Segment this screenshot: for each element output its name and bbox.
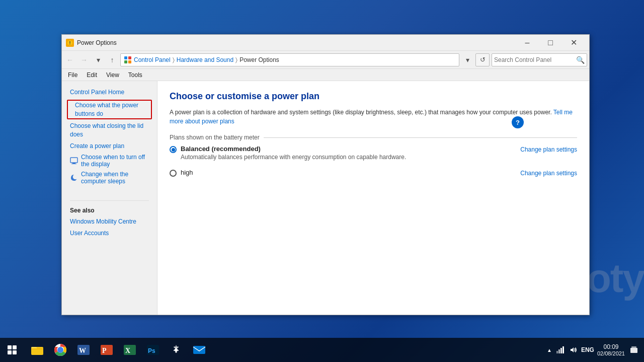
title-bar: Power Options – □ ✕ xyxy=(62,35,589,51)
menu-view[interactable]: View xyxy=(102,70,123,80)
mail-icon xyxy=(192,343,206,357)
plan-info-balanced: Balanced (recommended) Automatically bal… xyxy=(181,145,406,161)
svg-rect-3 xyxy=(124,60,127,63)
taskbar-file-explorer[interactable] xyxy=(26,339,48,361)
sidebar-link-create-plan[interactable]: Create a power plan xyxy=(62,140,157,152)
svg-point-11 xyxy=(58,348,62,352)
plan-name-high: high xyxy=(181,169,193,176)
radio-balanced[interactable] xyxy=(170,146,177,153)
taskbar-photoshop[interactable]: Ps xyxy=(142,339,164,361)
minimize-button[interactable]: – xyxy=(516,35,539,51)
recent-button[interactable]: ▾ xyxy=(92,54,104,66)
plan-left-high: high xyxy=(170,169,193,177)
svg-rect-6 xyxy=(72,163,75,164)
breadcrumb: Control Panel 〉 Hardware and Sound 〉 Pow… xyxy=(120,53,459,66)
plan-left-balanced: Balanced (recommended) Automatically bal… xyxy=(170,145,406,161)
back-button[interactable]: ← xyxy=(64,54,76,66)
svg-text:X: X xyxy=(125,347,130,354)
svg-rect-23 xyxy=(558,349,560,353)
start-icon xyxy=(8,345,17,354)
refresh-button[interactable]: ↺ xyxy=(475,53,490,66)
breadcrumb-control-panel[interactable]: Control Panel xyxy=(134,56,171,63)
svg-rect-24 xyxy=(560,348,562,353)
help-button[interactable]: ? xyxy=(512,116,524,128)
breadcrumb-sep-2: 〉 xyxy=(235,56,237,63)
sidebar: Control Panel Home Choose what the power… xyxy=(62,81,157,315)
content-title: Choose or customise a power plan xyxy=(170,91,577,102)
search-icon: 🔍 xyxy=(576,56,585,64)
svg-rect-25 xyxy=(562,346,564,353)
plan-name-balanced: Balanced (recommended) xyxy=(181,145,406,153)
tray-chevron[interactable]: ▲ xyxy=(547,347,552,353)
settings-icon xyxy=(169,343,183,357)
svg-text:Ps: Ps xyxy=(148,347,155,354)
menu-tools[interactable]: Tools xyxy=(124,70,146,80)
language-indicator[interactable]: ENG xyxy=(581,346,594,353)
sidebar-link-power-buttons[interactable]: Choose what the power buttons do xyxy=(67,100,152,120)
sidebar-divider xyxy=(70,200,149,201)
sidebar-link-mobility-centre[interactable]: Windows Mobility Centre xyxy=(62,216,157,228)
notification-icon[interactable] xyxy=(628,344,640,356)
plan-info-high: high xyxy=(181,169,193,176)
search-bar: 🔍 xyxy=(492,53,587,66)
svg-rect-2 xyxy=(128,56,131,59)
taskbar-word[interactable]: W xyxy=(72,339,95,361)
taskbar-excel[interactable]: X xyxy=(119,339,141,361)
file-explorer-icon xyxy=(30,343,44,357)
taskbar-apps: W P X Ps xyxy=(24,339,543,361)
svg-rect-22 xyxy=(556,351,558,353)
volume-icon[interactable] xyxy=(568,345,578,355)
breadcrumb-hardware-sound[interactable]: Hardware and Sound xyxy=(177,56,233,63)
taskbar-chrome[interactable] xyxy=(49,339,71,361)
svg-rect-7 xyxy=(71,164,76,164)
control-panel-home-title: Control Panel Home xyxy=(62,86,157,99)
forward-button[interactable]: → xyxy=(78,54,90,66)
svg-rect-5 xyxy=(70,158,77,163)
turn-off-display-link[interactable]: Choose when to turn off the display xyxy=(81,154,149,168)
breadcrumb-current: Power Options xyxy=(239,56,279,63)
breadcrumb-sep-1: 〉 xyxy=(173,56,175,63)
sleep-icon xyxy=(70,174,78,182)
plans-section-header: Plans shown on the battery meter xyxy=(170,134,577,141)
clock-time: 00:09 xyxy=(597,343,625,350)
menu-edit[interactable]: Edit xyxy=(83,70,101,80)
network-icon[interactable] xyxy=(555,345,565,355)
excel-icon: X xyxy=(123,343,137,357)
clock-date: 02/08/2021 xyxy=(597,350,625,356)
window-controls: – □ ✕ xyxy=(516,35,585,51)
svg-text:P: P xyxy=(102,347,107,354)
sidebar-item-computer-sleeps[interactable]: Change when the computer sleeps xyxy=(62,169,157,186)
menu-bar: File Edit View Tools xyxy=(62,69,589,81)
close-button[interactable]: ✕ xyxy=(562,35,585,51)
clock[interactable]: 00:09 02/08/2021 xyxy=(597,343,625,356)
change-plan-link-balanced[interactable]: Change plan settings xyxy=(520,146,577,153)
start-button[interactable] xyxy=(0,338,24,362)
photoshop-icon: Ps xyxy=(146,343,160,357)
dropdown-arrow-button[interactable]: ▾ xyxy=(461,54,473,66)
control-panel-home-link[interactable]: Control Panel Home xyxy=(70,88,149,97)
taskbar-powerpoint[interactable]: P xyxy=(96,339,118,361)
svg-rect-26 xyxy=(630,348,637,353)
computer-sleeps-link[interactable]: Change when the computer sleeps xyxy=(81,171,149,185)
svg-text:W: W xyxy=(79,347,86,354)
maximize-button[interactable]: □ xyxy=(539,35,562,51)
plan-desc-balanced: Automatically balances performance with … xyxy=(181,154,406,161)
chrome-icon xyxy=(53,343,67,357)
svg-rect-21 xyxy=(193,346,205,354)
radio-high[interactable] xyxy=(170,170,177,177)
up-button[interactable]: ↑ xyxy=(106,54,118,66)
sidebar-link-user-accounts[interactable]: User Accounts xyxy=(62,228,157,239)
search-input[interactable] xyxy=(494,56,576,63)
sidebar-item-turn-off-display[interactable]: Choose when to turn off the display xyxy=(62,152,157,169)
see-also-title: See also xyxy=(62,205,157,216)
control-panel-icon xyxy=(124,56,132,64)
sidebar-link-closing-lid[interactable]: Choose what closing the lid does xyxy=(62,120,157,140)
plan-row-balanced: Balanced (recommended) Automatically bal… xyxy=(170,145,577,161)
content-area: ? Choose or customise a power plan A pow… xyxy=(157,81,589,315)
window-title: Power Options xyxy=(77,39,516,46)
taskbar-settings[interactable] xyxy=(165,339,187,361)
taskbar-mail[interactable] xyxy=(188,339,210,361)
change-plan-link-high[interactable]: Change plan settings xyxy=(520,170,577,177)
menu-file[interactable]: File xyxy=(64,70,82,80)
taskbar-tray: ▲ ENG 00:09 02/08/2021 xyxy=(543,338,644,362)
